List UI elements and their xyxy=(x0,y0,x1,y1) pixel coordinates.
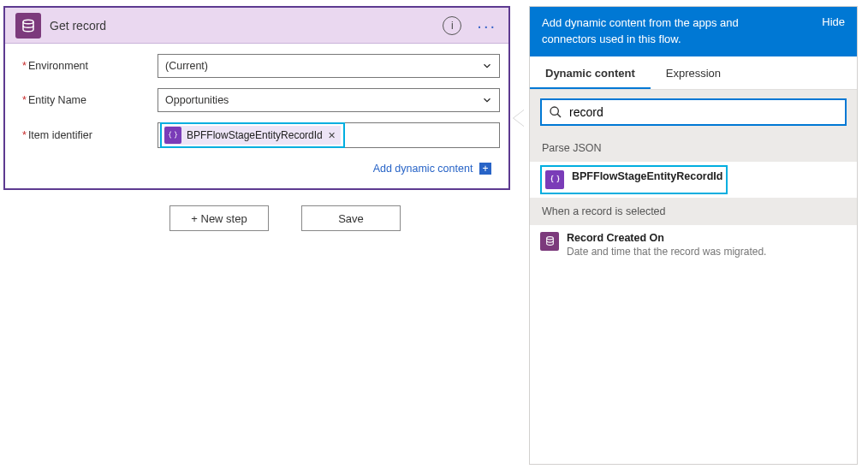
environment-value: (Current) xyxy=(165,60,208,72)
dynamic-content-link-row: Add dynamic content + xyxy=(22,158,500,185)
result-title: BPFFlowStageEntityRecordId xyxy=(572,170,722,182)
card-title: Get record xyxy=(50,19,443,33)
new-step-button[interactable]: + New step xyxy=(169,205,269,231)
database-icon xyxy=(15,13,41,39)
dynamic-content-panel: Add dynamic content from the apps and co… xyxy=(529,6,858,465)
group-header-when-record: When a record is selected xyxy=(530,198,857,225)
code-braces-icon xyxy=(164,127,181,144)
more-menu-icon[interactable]: ··· xyxy=(477,17,496,34)
save-button[interactable]: Save xyxy=(301,205,401,231)
token-remove-icon[interactable]: ✕ xyxy=(328,130,336,141)
svg-point-3 xyxy=(546,237,553,240)
result-subtitle: Date and time that the record was migrat… xyxy=(567,246,766,258)
entity-select[interactable]: Opportunities xyxy=(158,88,500,112)
svg-line-2 xyxy=(557,114,561,117)
card-body: Environment (Current) Entity Name Opport… xyxy=(5,44,508,188)
add-dynamic-content-link[interactable]: Add dynamic content xyxy=(373,163,473,175)
plus-icon[interactable]: + xyxy=(479,163,491,175)
result-title: Record Created On xyxy=(567,232,766,244)
svg-point-0 xyxy=(23,20,33,24)
label-entity: Entity Name xyxy=(22,94,158,106)
chevron-down-icon xyxy=(481,60,493,74)
panel-tabs: Dynamic content Expression xyxy=(530,56,857,90)
environment-select[interactable]: (Current) xyxy=(158,54,500,78)
code-braces-icon xyxy=(545,170,564,189)
result-item-record-created[interactable]: Record Created On Date and time that the… xyxy=(530,225,857,264)
token-highlight: BPFFlowStageEntityRecordId ✕ xyxy=(160,122,345,148)
group-header-parse-json: Parse JSON xyxy=(530,134,857,162)
card-header[interactable]: Get record i ··· xyxy=(5,8,508,44)
hide-link[interactable]: Hide xyxy=(822,15,845,28)
info-icon[interactable]: i xyxy=(443,16,461,35)
row-entity: Entity Name Opportunities xyxy=(22,88,500,112)
label-identifier: Item identifier xyxy=(22,129,158,141)
search-wrap xyxy=(530,90,857,134)
action-card-get-record: Get record i ··· Environment (Current) E… xyxy=(3,6,510,190)
panel-header: Add dynamic content from the apps and co… xyxy=(530,7,857,56)
tab-dynamic-content[interactable]: Dynamic content xyxy=(530,56,651,89)
svg-point-1 xyxy=(550,107,558,115)
callout-pointer xyxy=(514,110,525,127)
identifier-input[interactable]: BPFFlowStageEntityRecordId ✕ xyxy=(158,122,500,148)
chevron-down-icon xyxy=(481,94,493,109)
row-identifier: Item identifier BPFFlowStageEntityRecord… xyxy=(22,122,500,148)
result-item-bpf[interactable]: BPFFlowStageEntityRecordId xyxy=(540,165,728,194)
search-box[interactable] xyxy=(540,98,847,126)
search-input[interactable] xyxy=(569,105,838,119)
label-environment: Environment xyxy=(22,60,158,72)
tab-expression[interactable]: Expression xyxy=(651,56,736,89)
token-text: BPFFlowStageEntityRecordId xyxy=(187,129,323,141)
row-environment: Environment (Current) xyxy=(22,54,500,78)
panel-header-desc: Add dynamic content from the apps and co… xyxy=(542,15,782,48)
search-icon xyxy=(549,105,562,119)
action-buttons: + New step Save xyxy=(169,205,401,231)
dynamic-token[interactable]: BPFFlowStageEntityRecordId ✕ xyxy=(164,126,341,145)
database-icon xyxy=(540,232,559,251)
entity-value: Opportunities xyxy=(165,94,229,106)
